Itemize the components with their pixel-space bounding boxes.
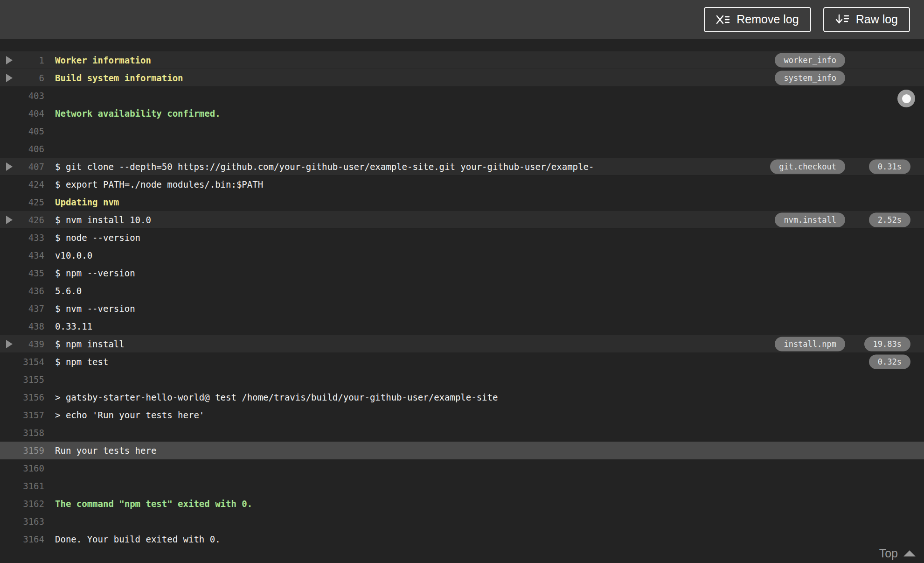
log-row: 3157 > echo 'Run your tests here' (0, 406, 924, 424)
log-row[interactable]: 426 $ nvm install 10.0 nvm.install 2.52s (0, 211, 924, 229)
record-dot-icon (902, 94, 911, 103)
line-number[interactable]: 425 (0, 197, 44, 207)
log-row: 3158 (0, 424, 924, 442)
log-row: 3160 (0, 459, 924, 477)
fold-arrow-icon[interactable] (6, 74, 13, 82)
log-row: 3163 (0, 513, 924, 530)
line-number[interactable]: 436 (0, 286, 44, 296)
scroll-to-top-link[interactable]: Top (879, 547, 916, 560)
line-text: $ nvm --version (55, 303, 924, 314)
fold-name-badge: nvm.install (775, 212, 845, 227)
line-text: $ npm --version (55, 268, 924, 278)
line-text: > gatsby-starter-hello-world@ test /home… (55, 392, 924, 402)
fold-arrow-icon[interactable] (6, 340, 13, 348)
log-row[interactable]: 1 Worker information worker_info (0, 51, 924, 69)
fold-name-badge: worker_info (775, 53, 845, 67)
log-row: 425 Updating nvm (0, 193, 924, 211)
line-number[interactable]: 3164 (0, 534, 44, 544)
log-row: 435 $ npm --version (0, 264, 924, 282)
line-number[interactable]: 435 (0, 268, 44, 278)
log-row: 3155 (0, 371, 924, 388)
line-number[interactable]: 3161 (0, 481, 44, 491)
log-row: 3164 Done. Your build exited with 0. (0, 530, 924, 548)
top-link-label: Top (879, 547, 898, 560)
toolbar: Remove log Raw log (0, 0, 924, 39)
log-row: 437 $ nvm --version (0, 300, 924, 317)
line-number[interactable]: 405 (0, 126, 44, 136)
line-text: Run your tests here (55, 445, 924, 456)
line-number[interactable]: 3156 (0, 392, 44, 402)
log-row: 436 5.6.0 (0, 282, 924, 300)
duration-badge: 0.32s (869, 355, 910, 369)
line-number[interactable]: 406 (0, 144, 44, 154)
line-text: Network availability confirmed. (55, 108, 924, 119)
raw-log-button[interactable]: Raw log (823, 7, 910, 32)
line-number[interactable]: 434 (0, 250, 44, 260)
fold-name-badge: install.npm (775, 337, 845, 351)
line-text: Done. Your build exited with 0. (55, 534, 924, 544)
fold-arrow-icon[interactable] (6, 216, 13, 224)
line-text: $ export PATH=./node_modules/.bin:$PATH (55, 179, 924, 190)
fold-arrow-icon[interactable] (6, 56, 13, 64)
fold-name-badge: git.checkout (770, 159, 845, 174)
fold-arrow-icon[interactable] (6, 162, 13, 171)
line-text: $ npm test (55, 357, 924, 367)
line-text: 5.6.0 (55, 286, 924, 296)
line-number[interactable]: 3157 (0, 410, 44, 420)
duration-badge: 0.31s (869, 159, 910, 174)
fold-name-badge: system_info (775, 70, 845, 85)
log-row: 406 (0, 140, 924, 158)
log-row: 424 $ export PATH=./node_modules/.bin:$P… (0, 176, 924, 193)
duration-badge: 2.52s (869, 212, 910, 227)
log-row[interactable]: 407 $ git clone --depth=50 https://githu… (0, 158, 924, 176)
log-row: 3156 > gatsby-starter-hello-world@ test … (0, 388, 924, 406)
line-number[interactable]: 3163 (0, 516, 44, 527)
log-row: 3159 Run your tests here (0, 442, 924, 459)
line-number[interactable]: 3159 (0, 445, 44, 456)
line-number[interactable]: 3154 (0, 357, 44, 367)
line-text: 0.33.11 (55, 321, 924, 331)
log-row: 3161 (0, 477, 924, 495)
log-row: 404 Network availability confirmed. (0, 105, 924, 122)
remove-log-icon (716, 14, 730, 25)
line-number[interactable]: 3158 (0, 428, 44, 438)
log-row[interactable]: 439 $ npm install install.npm 19.83s (0, 335, 924, 353)
line-text: The command "npm test" exited with 0. (55, 499, 924, 509)
log-row: 3162 The command "npm test" exited with … (0, 495, 924, 513)
raw-log-label: Raw log (856, 13, 898, 26)
log-follow-toggle[interactable] (897, 90, 915, 107)
remove-log-button[interactable]: Remove log (704, 7, 811, 32)
log-row[interactable]: 6 Build system information system_info (0, 69, 924, 87)
line-number[interactable]: 424 (0, 179, 44, 190)
log-row: 438 0.33.11 (0, 317, 924, 335)
log-row: 403 (0, 87, 924, 105)
line-number[interactable]: 3155 (0, 374, 44, 385)
remove-log-label: Remove log (736, 13, 799, 26)
log-row: 405 (0, 122, 924, 140)
up-triangle-icon (903, 550, 916, 556)
duration-badge: 19.83s (864, 337, 910, 351)
log-row: 434 v10.0.0 (0, 246, 924, 264)
raw-log-icon (835, 14, 849, 26)
line-number[interactable]: 437 (0, 303, 44, 314)
line-text: $ node --version (55, 232, 924, 243)
log-row: 3154 $ npm test 0.32s (0, 353, 924, 371)
line-number[interactable]: 433 (0, 232, 44, 243)
line-text: v10.0.0 (55, 250, 924, 260)
log-row: 433 $ node --version (0, 229, 924, 246)
line-text: > echo 'Run your tests here' (55, 410, 924, 420)
line-number[interactable]: 403 (0, 91, 44, 101)
line-number[interactable]: 404 (0, 108, 44, 119)
line-number[interactable]: 3162 (0, 499, 44, 509)
build-log: 1 Worker information worker_info 6 Build… (0, 39, 924, 563)
line-number[interactable]: 3160 (0, 463, 44, 473)
line-text: Updating nvm (55, 197, 924, 207)
line-number[interactable]: 438 (0, 321, 44, 331)
log-rows: 1 Worker information worker_info 6 Build… (0, 51, 924, 548)
